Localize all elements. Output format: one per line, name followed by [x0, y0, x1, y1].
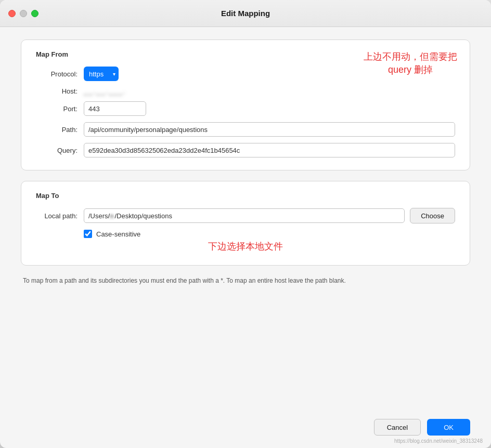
port-input[interactable] [84, 101, 146, 116]
host-label: Host: [36, 87, 77, 95]
local-path-username: n [110, 212, 114, 220]
map-to-label: Map To [36, 192, 455, 200]
case-sensitive-row: Case-sensitive [36, 230, 455, 238]
edit-mapping-window: Edit Mapping Map From 上边不用动，但需要把 query 删… [0, 0, 491, 448]
path-row: Path: [36, 122, 455, 137]
host-row: Host: __.__.___. [36, 87, 455, 95]
map-from-section: Map From 上边不用动，但需要把 query 删掉 Protocol: h… [21, 39, 470, 170]
local-path-row: Local path: /Users/n/Desktop/questions C… [36, 208, 455, 223]
maximize-button[interactable] [31, 10, 38, 17]
case-sensitive-checkbox[interactable] [84, 230, 92, 238]
protocol-select-wrapper[interactable]: https http ▾ [84, 67, 119, 81]
case-sensitive-label: Case-sensitive [96, 230, 140, 238]
host-blurred: __.__.___. [84, 87, 126, 95]
window-title: Edit Mapping [221, 9, 270, 18]
path-label: Path: [36, 126, 77, 134]
query-row: Query: [36, 143, 455, 157]
port-label: Port: [36, 105, 77, 113]
annotation-bottom: 下边选择本地文件 [208, 241, 283, 252]
query-label: Query: [36, 147, 77, 154]
help-text: To map from a path and its subdirectorie… [21, 276, 470, 285]
minimize-button[interactable] [20, 10, 27, 17]
local-path-prefix: /Users/ [88, 212, 110, 220]
protocol-select[interactable]: https http [84, 67, 119, 81]
port-row: Port: [36, 101, 455, 116]
local-path-suffix: /Desktop/questions [114, 212, 172, 220]
cancel-button[interactable]: Cancel [374, 419, 421, 436]
query-input[interactable] [84, 143, 455, 157]
local-path-label: Local path: [36, 212, 77, 220]
path-input[interactable] [84, 122, 455, 137]
dialog-content: Map From 上边不用动，但需要把 query 删掉 Protocol: h… [0, 27, 491, 411]
close-button[interactable] [8, 10, 16, 17]
annotation-bottom-container: 下边选择本地文件 [36, 238, 455, 253]
traffic-lights [8, 10, 38, 17]
map-to-section: Map To Local path: /Users/n/Desktop/ques… [21, 181, 470, 266]
title-bar: Edit Mapping [0, 0, 491, 27]
protocol-label: Protocol: [36, 70, 77, 78]
watermark: https://blog.csdn.net/weixin_38313248 [394, 438, 483, 444]
choose-button[interactable]: Choose [410, 208, 455, 223]
protocol-row: Protocol: https http ▾ [36, 67, 455, 81]
ok-button[interactable]: OK [427, 419, 470, 436]
map-from-label: Map From [36, 50, 455, 58]
